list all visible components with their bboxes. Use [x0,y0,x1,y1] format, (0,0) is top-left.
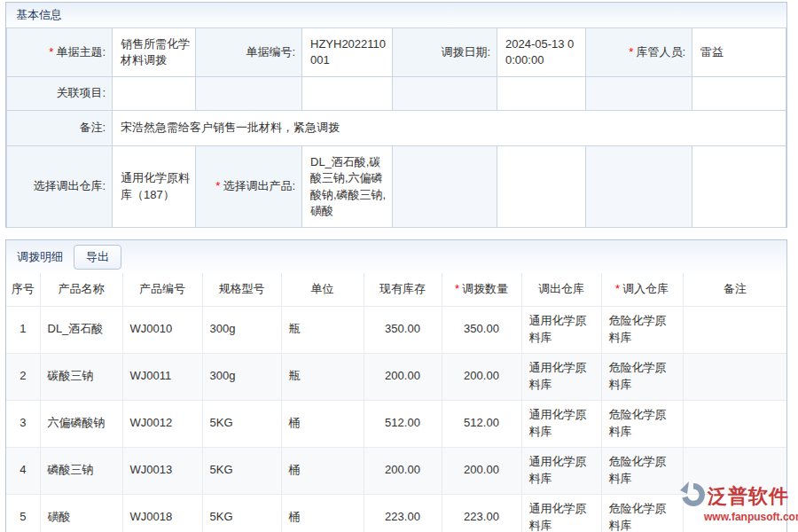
cell-unit: 桶 [281,494,364,532]
required-asterisk: * [49,45,53,59]
table-row: 3 六偏磷酸钠 WJ0012 5KG 桶 512.00 512.00 通用化学原… [6,400,786,447]
cell-product-code: WJ0013 [122,447,202,494]
cell-product-name: 六偏磷酸钠 [40,400,122,447]
cell-to-warehouse: 危险化学原料库 [601,306,683,353]
transfer-detail-title: 调拨明细 [17,249,63,265]
cell-product-code: WJ0018 [122,494,202,532]
field-value-source-warehouse: 通用化学原料库（187） [113,146,196,228]
cell-product-code: WJ0011 [122,353,202,400]
table-row: 4 磷酸三钠 WJ0013 5KG 桶 200.00 200.00 通用化学原料… [6,447,786,494]
cell-product-code: WJ0010 [122,306,202,353]
cell-qty: 512.00 [442,400,521,447]
required-asterisk: * [455,282,459,295]
basic-info-panel: 基本信息 *单据主题: 销售所需化学材料调拨 单据编号: HZYH2022110… [5,2,787,228]
field-value-related-project [113,77,196,111]
field-value-source-products: DL_酒石酸,碳酸三钠,六偏磷酸钠,磷酸三钠,磺酸 [302,146,393,228]
form-row-2: 关联项目: [7,77,786,111]
cell-qty: 223.00 [442,494,521,532]
transfer-detail-panel: 调拨明细 导出 序号 产品名称 产品编号 规格型号 单位 现有库存 *调拨数量 … [5,239,787,532]
cell-stock: 350.00 [364,306,442,353]
cell-spec: 300g [202,353,281,400]
required-asterisk: * [615,282,620,295]
cell-stock: 223.00 [364,494,442,532]
cell-from-warehouse: 通用化学原料库 [521,494,601,532]
empty-cell [302,77,393,111]
cell-from-warehouse: 通用化学原料库 [521,353,601,400]
empty-cell [586,77,692,111]
cell-remark [683,494,786,532]
empty-cell [196,77,302,111]
export-button[interactable]: 导出 [74,245,121,270]
col-header-to-warehouse: *调入仓库 [601,273,683,306]
col-header-stock: 现有库存 [364,273,442,306]
table-row: 5 磺酸 WJ0018 5KG 桶 223.00 223.00 通用化学原料库 … [6,494,786,532]
field-label-source-products: *选择调出产品: [196,146,302,228]
detail-header-row: 序号 产品名称 产品编号 规格型号 单位 现有库存 *调拨数量 调出仓库 *调入… [6,273,786,306]
field-label-keeper: *库管人员: [586,28,692,77]
cell-stock: 200.00 [364,447,442,494]
col-header-unit: 单位 [281,273,364,306]
cell-qty: 200.00 [442,353,521,400]
cell-spec: 300g [202,306,281,353]
field-label-related-project: 关联项目: [7,77,113,111]
cell-product-name: 磺酸 [40,494,122,532]
cell-product-name: 磷酸三钠 [40,447,122,494]
cell-remark [683,447,786,494]
cell-spec: 5KG [202,400,281,447]
cell-to-warehouse: 危险化学原料库 [601,447,683,494]
cell-no: 4 [6,447,40,494]
col-header-spec: 规格型号 [202,273,281,306]
cell-no: 2 [6,353,40,400]
field-value-remark: 宋浩然急需给客户销售一批材料，紧急调拨 [113,111,786,146]
empty-cell [586,146,692,228]
cell-from-warehouse: 通用化学原料库 [521,447,601,494]
cell-to-warehouse: 危险化学原料库 [601,494,683,532]
cell-product-name: 碳酸三钠 [40,353,122,400]
col-header-product-name: 产品名称 [40,273,122,306]
cell-qty: 350.00 [442,306,521,353]
col-header-no: 序号 [6,273,40,306]
empty-cell [393,77,497,111]
empty-cell [497,77,586,111]
empty-cell [497,146,586,228]
cell-from-warehouse: 通用化学原料库 [521,400,601,447]
cell-no: 1 [6,306,40,353]
field-value-subject: 销售所需化学材料调拨 [113,28,196,77]
cell-product-name: DL_酒石酸 [40,306,122,353]
transfer-detail-table: 序号 产品名称 产品编号 规格型号 单位 现有库存 *调拨数量 调出仓库 *调入… [6,273,786,532]
empty-cell [692,77,786,111]
cell-stock: 512.00 [364,400,442,447]
cell-to-warehouse: 危险化学原料库 [601,353,683,400]
cell-qty: 200.00 [442,447,521,494]
cell-remark [683,353,786,400]
cell-spec: 5KG [202,447,281,494]
cell-remark [683,306,786,353]
required-asterisk: * [215,179,220,192]
field-value-keeper: 雷益 [692,28,786,77]
empty-cell [393,146,497,228]
cell-remark [683,400,786,447]
cell-no: 3 [6,400,40,447]
cell-to-warehouse: 危险化学原料库 [601,400,683,447]
field-value-transfer-date: 2024-05-13 00:00:00 [497,28,586,77]
cell-stock: 200.00 [364,353,442,400]
form-row-3: 备注: 宋浩然急需给客户销售一批材料，紧急调拨 [7,111,786,146]
field-label-source-warehouse: 选择调出仓库: [7,146,113,228]
basic-info-panel-title: 基本信息 [6,3,786,27]
cell-unit: 瓶 [281,306,364,353]
transfer-detail-header: 调拨明细 导出 [6,240,786,273]
field-label-subject: *单据主题: [7,28,113,77]
field-value-doc-number: HZYH2022110001 [302,28,393,77]
field-label-doc-number: 单据编号: [196,28,302,77]
cell-product-code: WJ0012 [122,400,202,447]
table-row: 1 DL_酒石酸 WJ0010 300g 瓶 350.00 350.00 通用化… [6,306,786,353]
cell-unit: 桶 [281,447,364,494]
col-header-product-code: 产品编号 [122,273,202,306]
empty-cell [692,146,786,228]
field-label-transfer-date: 调拨日期: [393,28,497,77]
form-row-1: *单据主题: 销售所需化学材料调拨 单据编号: HZYH2022110001 调… [7,28,786,77]
table-row: 2 碳酸三钠 WJ0011 300g 瓶 200.00 200.00 通用化学原… [6,353,786,400]
cell-no: 5 [6,494,40,532]
form-row-4: 选择调出仓库: 通用化学原料库（187） *选择调出产品: DL_酒石酸,碳酸三… [7,146,786,228]
col-header-from-warehouse: 调出仓库 [521,273,601,306]
